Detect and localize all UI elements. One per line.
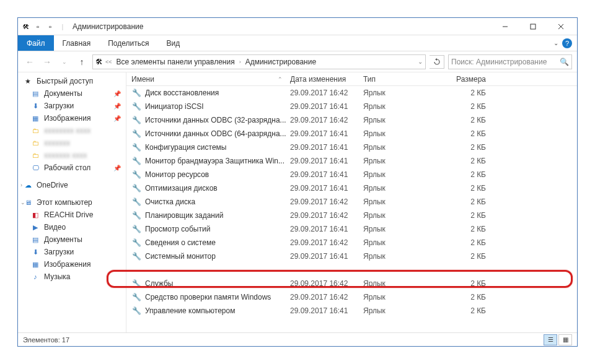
- file-name: Просмотр событий: [145, 225, 210, 233]
- history-dropdown[interactable]: ⌄: [58, 55, 71, 69]
- file-name: Службы: [145, 279, 173, 288]
- file-size: 2 КБ: [436, 102, 486, 111]
- file-size: 2 КБ: [436, 293, 486, 301]
- chevron-icon[interactable]: ›: [239, 59, 241, 65]
- tab-file[interactable]: Файл: [18, 35, 54, 51]
- shortcut-icon: 🔧: [131, 197, 141, 207]
- close-button[interactable]: [547, 19, 575, 35]
- file-date: 29.09.2017 16:41: [290, 225, 363, 233]
- nav-this-pc[interactable]: ⌄🖥Этот компьютер: [18, 196, 126, 209]
- nav-quick-access[interactable]: ★Быстрый доступ: [18, 75, 126, 87]
- breadcrumb-1[interactable]: Все элементы панели управления: [115, 58, 237, 66]
- nav-pictures[interactable]: ▦Изображения📌: [18, 112, 126, 124]
- file-row[interactable]: 🔧Конфигурация системы29.09.2017 16:41Ярл…: [126, 141, 577, 154]
- file-type: Ярлык: [363, 252, 436, 261]
- folder-icon: 🗀: [30, 138, 40, 148]
- file-row[interactable]: 🔧Управление компьютером29.09.2017 16:41Я…: [126, 304, 577, 318]
- file-type: Ярлык: [363, 157, 436, 165]
- file-size: 2 КБ: [436, 184, 486, 193]
- forward-button[interactable]: →: [40, 55, 54, 69]
- view-icons-button[interactable]: ▦: [558, 334, 572, 345]
- file-name: Диск восстановления: [145, 89, 219, 97]
- breadcrumb-2[interactable]: Администрирование: [244, 58, 318, 66]
- nav-documents[interactable]: ▤Документы📌: [18, 87, 126, 100]
- file-type: Ярлык: [363, 293, 436, 301]
- pin-icon: 📌: [113, 103, 121, 110]
- file-row[interactable]: 🔧Планировщик заданий29.09.2017 16:42Ярлы…: [126, 209, 577, 222]
- search-input[interactable]: Поиск: Администрирование 🔍: [448, 54, 572, 69]
- col-name[interactable]: Имени⌃: [131, 75, 290, 84]
- col-size[interactable]: Размера: [436, 75, 486, 84]
- file-name: Планировщик заданий: [145, 211, 223, 220]
- file-row[interactable]: 🔧Службы29.09.2017 16:42Ярлык2 КБ: [126, 277, 577, 290]
- file-size: 2 КБ: [436, 252, 486, 261]
- nav-onedrive[interactable]: ›☁OneDrive: [18, 179, 126, 191]
- app-icon: 🛠: [20, 22, 30, 32]
- file-name: Монитор брандмауэра Защитника Win...: [145, 157, 284, 165]
- address-dropdown-icon[interactable]: ⌄: [418, 58, 423, 65]
- file-list: 🔧Диск восстановления29.09.2017 16:42Ярлы…: [126, 86, 577, 332]
- maximize-button[interactable]: [519, 19, 547, 35]
- file-row[interactable]: 🔧Оптимизация дисков29.09.2017 16:41Ярлык…: [126, 181, 577, 195]
- caret-icon[interactable]: ⌄: [20, 199, 25, 206]
- nav-folder-2[interactable]: 🗀xxxxxxx: [18, 137, 126, 149]
- file-row[interactable]: 🔧Инициатор iSCSI29.09.2017 16:41Ярлык2 К…: [126, 100, 577, 113]
- file-row[interactable]: 🔧Монитор ресурсов29.09.2017 16:41Ярлык2 …: [126, 168, 577, 181]
- control-panel-icon: 🛠: [95, 58, 103, 66]
- address-bar[interactable]: 🛠 << Все элементы панели управления › Ад…: [92, 54, 426, 69]
- nav-music[interactable]: ♪Музыка: [18, 271, 126, 283]
- qat-newfolder-icon[interactable]: ▫: [45, 22, 55, 32]
- file-row[interactable]: 🔧Монитор брандмауэра Защитника Win...29.…: [126, 154, 577, 168]
- shortcut-icon: 🔧: [131, 142, 141, 152]
- nav-video[interactable]: ▶Видео: [18, 221, 126, 233]
- nav-reachit[interactable]: ◧REACHit Drive: [18, 209, 126, 221]
- file-row[interactable]: 🔧Источники данных ODBC (64-разрядна...29…: [126, 127, 577, 141]
- nav-downloads-2[interactable]: ⬇Загрузки: [18, 246, 126, 258]
- video-icon: ▶: [30, 222, 40, 232]
- nav-folder-1[interactable]: 🗀xxxxxxxx xxxx: [18, 124, 126, 137]
- nav-downloads[interactable]: ⬇Загрузки📌: [18, 100, 126, 112]
- file-row[interactable]: 🔧Просмотр событий29.09.2017 16:41Ярлык2 …: [126, 222, 577, 236]
- file-row[interactable]: 🔧Диск восстановления29.09.2017 16:42Ярлы…: [126, 86, 577, 100]
- tab-home[interactable]: Главная: [54, 35, 100, 51]
- file-size: 2 КБ: [436, 170, 486, 179]
- file-row[interactable]: 🔧Сведения о системе29.09.2017 16:42Ярлык…: [126, 236, 577, 249]
- nav-documents-2[interactable]: ▤Документы: [18, 233, 126, 246]
- help-icon[interactable]: ?: [562, 38, 572, 48]
- file-date: 29.09.2017 16:41: [290, 184, 363, 193]
- nav-desktop[interactable]: 🖵Рабочий стол📌: [18, 162, 126, 174]
- file-row[interactable]: 🔧Очистка диска29.09.2017 16:42Ярлык2 КБ: [126, 195, 577, 209]
- content-pane: Имени⌃ Дата изменения Тип Размера 🔧Диск …: [126, 72, 577, 332]
- file-date: 29.09.2017 16:41: [290, 306, 363, 315]
- file-date: 29.09.2017 16:42: [290, 293, 363, 301]
- up-button[interactable]: ↑: [75, 55, 89, 69]
- file-type: Ярлык: [363, 129, 436, 138]
- tab-share[interactable]: Поделиться: [99, 35, 157, 51]
- col-date[interactable]: Дата изменения: [290, 75, 363, 84]
- ribbon: Файл Главная Поделиться Вид ⌄ ?: [18, 35, 577, 51]
- search-icon[interactable]: 🔍: [560, 58, 569, 66]
- file-type: Ярлык: [363, 89, 436, 97]
- file-name: Управление компьютером: [145, 306, 235, 315]
- file-name: Монитор ресурсов: [145, 170, 209, 179]
- file-row[interactable]: 🔧Средство проверки памяти Windows29.09.2…: [126, 290, 577, 304]
- file-size: 2 КБ: [436, 279, 486, 288]
- back-button[interactable]: ←: [23, 55, 37, 69]
- file-row[interactable]: 🔧Источники данных ODBC (32-разрядна...29…: [126, 113, 577, 127]
- sep-icon: <<: [105, 59, 112, 65]
- view-details-button[interactable]: ☰: [544, 334, 557, 345]
- sort-indicator-icon: ⌃: [278, 76, 283, 82]
- qat-props-icon[interactable]: ▫: [33, 22, 43, 32]
- nav-folder-3[interactable]: 🗀xxxxxxx xxxx: [18, 149, 126, 162]
- file-date: 29.09.2017 16:42: [290, 116, 363, 124]
- ribbon-expand-icon[interactable]: ⌄: [553, 40, 558, 46]
- nav-pictures-2[interactable]: ▦Изображения: [18, 258, 126, 271]
- item-count: Элементов: 17: [23, 336, 69, 344]
- tab-view[interactable]: Вид: [157, 35, 188, 51]
- file-size: 2 КБ: [436, 89, 486, 97]
- caret-icon[interactable]: ›: [20, 182, 22, 188]
- refresh-button[interactable]: [430, 55, 444, 69]
- col-type[interactable]: Тип: [363, 75, 436, 84]
- minimize-button[interactable]: [491, 19, 519, 35]
- file-row[interactable]: 🔧Системный монитор29.09.2017 16:41Ярлык2…: [126, 249, 577, 263]
